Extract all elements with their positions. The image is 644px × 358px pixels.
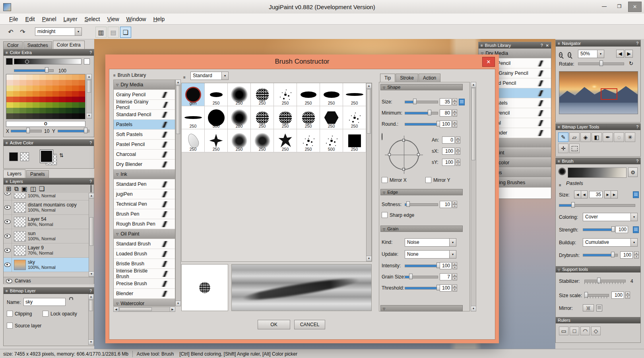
size-slider[interactable] [559, 202, 635, 208]
palette-swatch[interactable] [39, 80, 46, 86]
panel-menu-icon[interactable] [558, 159, 560, 163]
layers-scrollbar[interactable] [89, 193, 94, 277]
zoom-level-select[interactable]: 50% [578, 50, 604, 58]
threshold-value[interactable]: 100 [440, 284, 452, 292]
intensity-spinner[interactable] [452, 262, 457, 269]
rotate-left-icon[interactable]: ◀ [616, 50, 624, 58]
palette-swatch[interactable] [79, 74, 85, 80]
mirror-toggle-button[interactable]: )|( [583, 304, 594, 311]
palette-swatch[interactable] [6, 102, 13, 108]
brush-tip-cell[interactable]: 250 [274, 129, 297, 152]
brush-library-item[interactable]: Loaded Brush [114, 249, 175, 259]
palette-swatch[interactable] [6, 74, 13, 80]
brush-library-item[interactable]: Standard Brush [114, 239, 175, 249]
angle-value[interactable]: 0 [442, 136, 455, 144]
brush-tip-cell[interactable]: 250 [228, 129, 251, 152]
threshold-slider[interactable] [405, 284, 438, 291]
panel-menu-icon[interactable] [558, 125, 560, 129]
palette-swatch[interactable] [19, 108, 26, 113]
ruler-tool-button[interactable]: ▭ [559, 327, 568, 335]
size-dynamics-icon[interactable] [633, 191, 639, 198]
layer-visibility-toggle[interactable] [4, 193, 12, 200]
value-gradient-bar[interactable] [14, 58, 81, 64]
dropdown-arrow-icon[interactable] [449, 251, 456, 258]
palette-swatch[interactable] [59, 113, 66, 119]
zoom-in-icon[interactable]: + [559, 51, 563, 58]
dialog-close-button[interactable]: ✕ [482, 57, 495, 67]
palette-swatch[interactable] [13, 74, 20, 80]
gradient-start-swatch[interactable] [6, 58, 13, 65]
threshold-spinner[interactable] [452, 284, 457, 292]
scale-x-spinner[interactable] [456, 148, 460, 155]
panel-menu-icon[interactable] [6, 50, 8, 55]
stabilizer-slider[interactable] [584, 277, 626, 284]
palette-swatch[interactable] [33, 113, 39, 119]
softness-spinner[interactable] [452, 201, 457, 208]
layer-visibility-toggle[interactable] [4, 200, 12, 214]
new-group-icon[interactable]: ▣ [21, 185, 27, 193]
close-button[interactable]: ✕ [628, 2, 642, 12]
y-slider[interactable] [58, 127, 89, 134]
palette-swatch[interactable] [39, 86, 46, 91]
palette-swatch[interactable] [52, 91, 59, 97]
palette-swatch[interactable] [33, 102, 39, 108]
palette-swatch[interactable] [13, 86, 20, 91]
brush-library-item[interactable]: Grainy Pencil [114, 90, 175, 100]
palette-swatch[interactable] [39, 97, 46, 102]
palette-swatch[interactable] [59, 108, 66, 113]
size-value[interactable]: 35 [589, 191, 603, 198]
tool-button[interactable]: ◧ [592, 132, 602, 142]
brush-settings-icon[interactable]: ⚙ [628, 167, 638, 177]
ruler-tool-button[interactable]: ◠ [580, 327, 590, 335]
rulers-header[interactable]: Rulers [556, 317, 640, 323]
palette-swatch[interactable] [59, 80, 66, 86]
layer-row[interactable]: distant mountains copy 100%, Normal [4, 200, 89, 215]
palette-swatch[interactable] [79, 80, 85, 86]
palette-swatch[interactable] [72, 113, 79, 119]
navigator-thumbnail[interactable] [559, 71, 638, 114]
next-section-header[interactable] [380, 305, 463, 311]
palette-swatch[interactable] [66, 91, 72, 97]
palette-swatch[interactable] [39, 113, 46, 119]
gradient-end-swatch[interactable] [84, 58, 90, 64]
brush-tip-cell[interactable]: gen [182, 83, 205, 106]
palette-swatch[interactable] [26, 74, 33, 80]
palette-swatch[interactable] [39, 74, 46, 80]
rotate-slider[interactable] [578, 60, 624, 66]
brush-tip-cell[interactable]: 250 [320, 83, 343, 106]
viewport-rectangle[interactable] [601, 88, 617, 100]
menu-item[interactable]: Select [81, 14, 104, 24]
softness-value[interactable]: 10 [440, 201, 452, 208]
buildup-select[interactable]: Cumulative [583, 238, 638, 247]
palette-swatch[interactable] [39, 108, 46, 113]
redo-icon[interactable]: ↷ [17, 27, 28, 37]
palette-swatch[interactable] [26, 80, 33, 86]
dropdown-arrow-icon[interactable] [630, 239, 637, 246]
palette-swatch[interactable] [59, 97, 66, 102]
palette-swatch[interactable] [26, 113, 33, 119]
brush-tip-cell[interactable]: 250 [343, 129, 366, 152]
brush-tip-cell[interactable]: 250 [320, 106, 343, 129]
brush-tip-cell[interactable]: 250 [297, 106, 320, 129]
brush-tip-cell[interactable]: 250 [343, 83, 366, 106]
panel-scrollbar[interactable] [88, 294, 94, 345]
size-up-icon[interactable]: ▶ [604, 191, 611, 198]
palette-swatch[interactable] [52, 113, 59, 119]
palette-swatch[interactable] [52, 74, 59, 80]
rotate-right-icon[interactable]: ▶ [625, 50, 633, 58]
new-layer-icon[interactable]: ⊞ [6, 185, 11, 193]
size-spinner[interactable] [452, 98, 457, 105]
size-value[interactable]: 35 [440, 98, 452, 105]
intensity-slider[interactable] [405, 262, 438, 268]
brush-tip-cell[interactable]: 250 [297, 129, 320, 152]
tool-button[interactable]: ▱ [569, 132, 580, 142]
layer-visibility-toggle[interactable] [4, 229, 12, 243]
brush-tip-cell[interactable]: 280 [228, 106, 251, 129]
minimum-spinner[interactable] [452, 109, 457, 117]
palette-swatch[interactable] [19, 74, 26, 80]
primary-color-swatch[interactable] [9, 152, 18, 161]
palette-swatch[interactable] [72, 91, 79, 97]
grain-size-spinner[interactable] [452, 273, 457, 280]
cancel-button[interactable]: CANCEL [294, 320, 325, 329]
eye-icon[interactable] [6, 279, 12, 283]
